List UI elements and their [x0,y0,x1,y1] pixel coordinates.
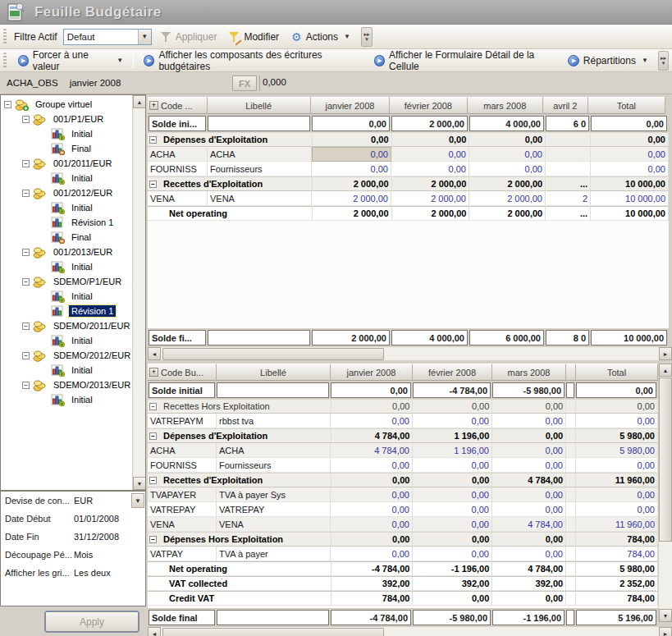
grid-cell[interactable] [566,547,576,561]
grid-cell[interactable]: 0,00 [413,399,492,414]
row-group-label[interactable]: −Dépenses d'Exploitation [148,428,331,443]
grid-cell[interactable]: 0,00 [313,132,392,147]
tree-item-groupe-virtuel[interactable]: − Groupe virtuel [1,97,132,112]
column-header-janvier-2008[interactable]: janvier 2008 [331,364,413,381]
grid-cell[interactable]: 0,00 [331,414,413,428]
grid-cell[interactable]: 0,00 [413,532,492,547]
grid-cell[interactable]: 0,00 [413,414,492,428]
cell-libelle[interactable]: VATREPAY [217,502,331,517]
grid-cell[interactable]: 0,00 [492,591,566,606]
grid-cell[interactable]: 10 000,00 [591,176,669,191]
pinned-cell[interactable]: 5 196,00 [576,610,656,625]
grid-cell[interactable]: 2 000,00 [469,191,546,206]
grid-cell[interactable]: 4 784,00 [492,473,566,487]
grid-cell[interactable]: 784,00 [331,591,414,606]
column-header-f-vrier-2008[interactable]: février 2008 [413,364,492,381]
pinned-cell[interactable]: -4 784,00 [331,610,411,625]
column-header-f-vrier-2008[interactable]: février 2008 [390,97,467,114]
grid-cell[interactable]: 784,00 [576,532,658,547]
grid-cell[interactable]: 2 000,00 [469,206,546,221]
tree-item-r-vision-1[interactable]: Révision 1 [1,304,132,318]
row-group-label[interactable]: −Recettes d'Exploitation [148,176,313,191]
fx-button[interactable]: FX [232,75,257,91]
grid-cell[interactable]: 0,00 [492,458,566,473]
grid-cell[interactable]: 0,00 [413,487,492,502]
pinned-cell[interactable]: 2 000,00 [312,330,390,345]
grid-cell[interactable]: 0,00 [492,502,566,517]
pinned-cell[interactable]: 4 000,00 [469,116,544,131]
grid-cell[interactable]: 2 000,00 [391,191,469,206]
grid-cell[interactable] [546,147,591,162]
grid-cell[interactable]: 0,00 [413,547,492,561]
toolbar-overflow-button[interactable]: ▸▸▾ [658,51,669,71]
table-row[interactable]: TVAPAYERTVA à payer Sys0,000,000,000,00 [148,487,658,502]
cell-code[interactable]: VATREPAY [148,502,217,517]
grid-cell[interactable]: -1 196,00 [413,561,492,576]
collapse-icon[interactable]: − [22,352,30,359]
collapse-icon[interactable]: − [149,403,157,410]
column-header-janvier-2008[interactable]: janvier 2008 [311,97,390,114]
pinned-cell[interactable]: 0,00 [331,382,411,398]
grid-cell[interactable]: 0,00 [331,532,414,547]
tree-item-initial[interactable]: Initial [1,392,132,407]
grid-cell[interactable] [566,502,576,517]
cell-libelle[interactable]: Fournisseurs [217,458,331,473]
cell-libelle[interactable]: ACHA [208,147,312,162]
column-header-mars-2008[interactable]: mars 2008 [492,364,566,381]
apply-button[interactable]: Apply [45,611,139,632]
pinned-cell[interactable]: 0,00 [312,116,390,131]
cell-code[interactable]: VATREPAYM [148,414,217,428]
grid-cell[interactable]: 0,00 [331,458,413,473]
table-row[interactable]: VATREPAYVATREPAY0,000,000,000,00 [148,502,658,517]
table-row[interactable]: VATPAYTVA à payer0,000,000,00784,00 [148,547,658,561]
table-row[interactable]: Credit VAT784,000,000,00784,00 [148,591,658,606]
grid-cell[interactable] [546,132,591,147]
cell-libelle[interactable]: TVA à payer [217,547,331,561]
expand-all-icon[interactable]: + [149,368,158,377]
cell-code[interactable]: VENA [148,517,217,532]
row-group-label[interactable]: −Recettes Hors Exploitation [148,399,331,414]
column-header-libell-[interactable]: Libellé [217,364,331,381]
table-row[interactable]: VENAVENA2 000,002 000,002 000,00210 000,… [148,191,669,206]
show-budget-entries-button[interactable]: ▶ Afficher les composants des écritures … [140,48,364,74]
grid-cell[interactable]: 0,00 [576,414,658,428]
pinned-cell[interactable] [566,382,574,398]
table-row[interactable]: FOURNISSFournisseurs0,000,000,000,00 [148,458,658,473]
grid-cell[interactable]: 392,00 [413,576,492,591]
collapse-icon[interactable]: − [22,160,30,167]
grid-cell[interactable]: 2 000,00 [392,176,470,191]
tree-item-initial[interactable]: Initial [1,259,132,274]
scrollbar-thumb[interactable] [162,348,384,360]
pinned-cell[interactable]: -5 980,00 [413,610,491,625]
toolbar-overflow-button[interactable]: ▸▸▾ [361,27,373,47]
grid-cell[interactable]: 0,00 [413,517,492,532]
cell-code[interactable]: ACHA [148,443,217,458]
tree-item-initial[interactable]: Initial [1,126,132,141]
collapse-icon[interactable]: − [149,536,157,543]
tree-item-initial[interactable]: Initial [1,200,132,215]
tree-item-final[interactable]: Final [1,230,132,245]
cell-libelle[interactable]: ACHA [217,443,331,458]
cell-code[interactable]: FOURNISS [148,162,208,176]
grid-cell[interactable]: 0,00 [331,547,413,561]
column-header-mars-2008[interactable]: mars 2008 [468,97,543,114]
grid-cell[interactable]: 392,00 [331,576,414,591]
grid-cell[interactable]: 0,00 [492,399,566,414]
tree-item-001-2013-eur[interactable]: − 001/2013/EUR [1,245,132,259]
collapse-icon[interactable]: − [149,136,157,144]
scroll-right-icon[interactable]: ► [659,627,672,636]
grid-cell[interactable]: 0,00 [492,547,566,561]
table-row[interactable]: ACHAACHA0,000,000,000,00 [148,147,669,162]
collapse-icon[interactable]: − [22,382,30,389]
grid-cell[interactable] [566,428,576,443]
grid-cell[interactable]: 0,00 [591,162,669,176]
grid-cell[interactable] [566,414,576,428]
tree-item-001-2012-eur[interactable]: − 001/2012/EUR [1,185,132,200]
tree-item-sdemo-2013-eur[interactable]: − SDEMO/2013/EUR [1,377,132,392]
modify-filter-button[interactable]: Modifier [226,30,282,44]
grid-cell[interactable]: 2 352,00 [576,576,658,591]
pinned-cell[interactable]: 8 0 [546,330,589,345]
apply-filter-button[interactable]: Appliquer [158,30,221,44]
table-row[interactable]: −Dépenses d'Exploitation0,000,000,000,00 [148,132,669,147]
pinned-row-libelle[interactable] [217,382,329,398]
